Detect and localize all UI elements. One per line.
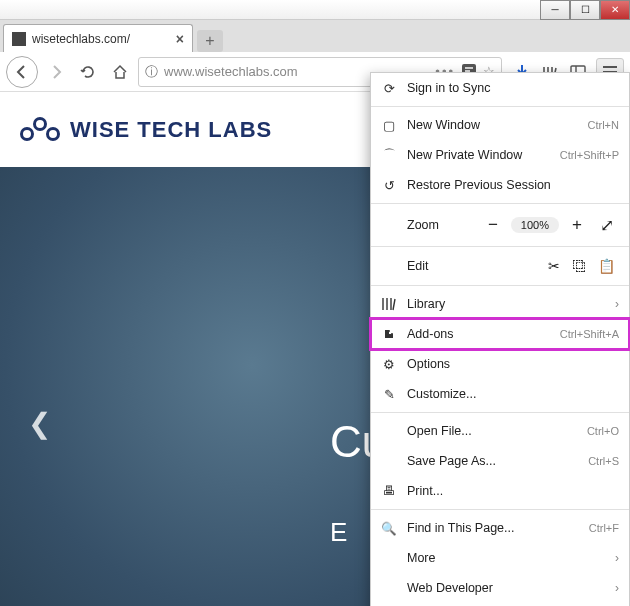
menu-separator	[371, 285, 629, 286]
menu-print[interactable]: 🖶 Print...	[371, 476, 629, 506]
menu-addons[interactable]: Add-ons Ctrl+Shift+A	[371, 319, 629, 349]
printer-icon: 🖶	[381, 483, 397, 499]
menu-edit-row: Edit ✂ ⿻ 📋	[371, 250, 629, 282]
menu-separator	[371, 203, 629, 204]
zoom-out-button[interactable]: −	[481, 213, 505, 237]
menu-options[interactable]: ⚙ Options	[371, 349, 629, 379]
edit-label: Edit	[381, 259, 541, 273]
logo-mark-icon	[20, 117, 60, 143]
library-icon	[381, 296, 397, 312]
app-menu: ⟳ Sign in to Sync ▢ New Window Ctrl+N ⌒ …	[370, 72, 630, 606]
chevron-right-icon: ›	[615, 297, 619, 311]
window-icon: ▢	[381, 117, 397, 133]
menu-new-window[interactable]: ▢ New Window Ctrl+N	[371, 110, 629, 140]
menu-more[interactable]: More ›	[371, 543, 629, 573]
menu-open-file[interactable]: Open File... Ctrl+O	[371, 416, 629, 446]
window-minimize-button[interactable]: ─	[540, 0, 570, 20]
logo-text: WISE TECH LABS	[70, 117, 272, 143]
restore-icon: ↺	[381, 177, 397, 193]
back-button[interactable]	[6, 56, 38, 88]
menu-library[interactable]: Library ›	[371, 289, 629, 319]
menu-new-private-window[interactable]: ⌒ New Private Window Ctrl+Shift+P	[371, 140, 629, 170]
menu-customize[interactable]: ✎ Customize...	[371, 379, 629, 409]
menu-separator	[371, 509, 629, 510]
hero-subheading: E	[330, 517, 347, 548]
carousel-prev-icon[interactable]: ❮	[28, 407, 51, 440]
menu-find[interactable]: 🔍 Find in This Page... Ctrl+F	[371, 513, 629, 543]
favicon-icon	[12, 32, 26, 46]
reload-button[interactable]	[74, 58, 102, 86]
menu-sign-in-sync[interactable]: ⟳ Sign in to Sync	[371, 73, 629, 103]
tab-title: wisetechlabs.com/	[32, 32, 130, 46]
window-maximize-button[interactable]: ☐	[570, 0, 600, 20]
url-text: www.wisetechlabs.com	[164, 64, 298, 79]
paste-button[interactable]: 📋	[593, 255, 619, 277]
site-logo[interactable]: WISE TECH LABS	[20, 117, 272, 143]
zoom-level[interactable]: 100%	[511, 217, 559, 233]
browser-window: ─ ☐ ✕ wisetechlabs.com/ × + ⓘ www.wisete…	[0, 0, 630, 606]
zoom-label: Zoom	[381, 218, 475, 232]
puzzle-icon	[381, 326, 397, 342]
menu-separator	[371, 246, 629, 247]
search-icon: 🔍	[381, 520, 397, 536]
new-tab-button[interactable]: +	[197, 30, 223, 52]
window-titlebar: ─ ☐ ✕	[0, 0, 630, 20]
copy-button[interactable]: ⿻	[567, 255, 593, 277]
gear-icon: ⚙	[381, 356, 397, 372]
menu-save-page-as[interactable]: Save Page As... Ctrl+S	[371, 446, 629, 476]
cut-button[interactable]: ✂	[541, 255, 567, 277]
site-info-icon[interactable]: ⓘ	[145, 63, 158, 81]
fullscreen-button[interactable]: ⤢	[595, 213, 619, 237]
menu-separator	[371, 412, 629, 413]
zoom-in-button[interactable]: +	[565, 213, 589, 237]
mask-icon: ⌒	[381, 147, 397, 163]
chevron-right-icon: ›	[615, 551, 619, 565]
window-close-button[interactable]: ✕	[600, 0, 630, 20]
menu-separator	[371, 106, 629, 107]
menu-restore-session[interactable]: ↺ Restore Previous Session	[371, 170, 629, 200]
chevron-right-icon: ›	[615, 581, 619, 595]
home-button[interactable]	[106, 58, 134, 86]
sync-icon: ⟳	[381, 80, 397, 96]
menu-web-developer[interactable]: Web Developer ›	[371, 573, 629, 603]
tab-close-icon[interactable]: ×	[176, 31, 184, 47]
forward-button[interactable]	[42, 58, 70, 86]
tab-strip: wisetechlabs.com/ × +	[0, 20, 630, 52]
brush-icon: ✎	[381, 386, 397, 402]
menu-zoom-row: Zoom − 100% + ⤢	[371, 207, 629, 243]
tab-active[interactable]: wisetechlabs.com/ ×	[3, 24, 193, 52]
